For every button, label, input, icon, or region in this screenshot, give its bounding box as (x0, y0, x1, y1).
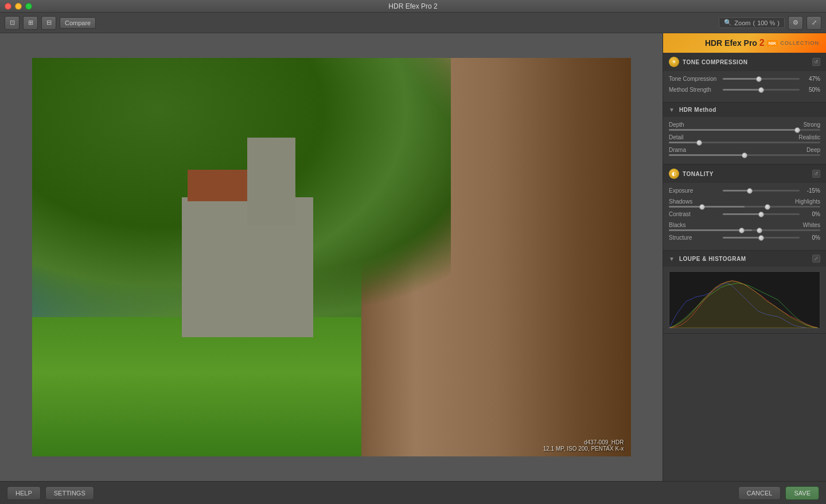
zoom-pct: 100 % (757, 19, 775, 26)
drama-track[interactable] (669, 154, 820, 156)
zoom-label: Zoom (734, 19, 750, 26)
collection-label: Collection (780, 40, 819, 46)
tc-label: Tone Compression (669, 76, 720, 82)
tone-compression-reset[interactable]: ↺ (812, 58, 820, 66)
contrast-label: Contrast (669, 211, 720, 217)
hdr-method-title: HDR Method (679, 107, 820, 113)
hdr-method-collapse-icon: ▼ (669, 107, 675, 113)
loupe-histogram-header[interactable]: ▼ LOUPE & HISTOGRAM ⤢ (663, 251, 826, 267)
tone-compression-slider-row: Tone Compression 47% (669, 76, 820, 82)
shadows-label: Shadows (669, 198, 692, 205)
drama-right-label: Deep (806, 147, 820, 153)
view-side-button[interactable]: ⊟ (41, 16, 56, 30)
tone-compression-header[interactable]: ☀ TONE COMPRESSION ↺ (663, 53, 826, 71)
settings-icon-button[interactable]: ⚙ (788, 16, 803, 30)
drama-label: Drama (669, 147, 686, 153)
shadows-highlights-track[interactable] (669, 206, 820, 208)
tone-compression-body: Tone Compression 47% Method Strength 50% (663, 71, 826, 102)
zoom-icon: 🔍 (724, 19, 732, 26)
minimize-button[interactable] (15, 3, 22, 10)
image-area: d437-009_HDR 12.1 MP, ISO 200, PENTAX K-… (0, 33, 663, 481)
depth-right-label: Strong (804, 122, 820, 128)
nik-badge: NIK (767, 40, 778, 46)
panel-header: HDR Efex Pro 2 NIK Collection (663, 33, 826, 53)
histogram-expand[interactable]: ⤢ (812, 255, 820, 263)
toolbar: ⊡ ⊞ ⊟ Compare 🔍 Zoom ( 100 % ) ⚙ ⤢ (0, 13, 826, 33)
zoom-display: 🔍 Zoom ( 100 % ) (719, 17, 785, 28)
main-image (32, 58, 631, 456)
zoom-value: ( (753, 19, 755, 26)
detail-slider-row: Detail Realistic (669, 134, 820, 143)
compare-button[interactable]: Compare (60, 17, 96, 29)
histogram-canvas (669, 271, 820, 329)
tonality-header[interactable]: ◐ TONALITY ↺ (663, 165, 826, 183)
tc-value: 47% (802, 76, 820, 82)
settings-button[interactable]: SETTINGS (45, 486, 94, 500)
traffic-lights (5, 3, 32, 10)
detail-right-label: Realistic (798, 134, 820, 140)
tone-compression-title: TONE COMPRESSION (683, 59, 809, 65)
bottom-bar: HELP SETTINGS CANCEL SAVE (0, 481, 826, 504)
hdr-method-body: Depth Strong Detail Realistic (663, 117, 826, 164)
exposure-value: -15% (802, 187, 820, 194)
panel-title: HDR Efex Pro 2 (705, 38, 765, 48)
hdr-method-header[interactable]: ▼ HDR Method (663, 103, 826, 117)
contrast-slider-row: Contrast 0% (669, 211, 820, 217)
whites-label: Whites (802, 222, 820, 228)
structure-value: 0% (802, 235, 820, 241)
tonality-title: TONALITY (683, 171, 809, 177)
tonality-section: ◐ TONALITY ↺ Exposure -15% Shadows (663, 165, 826, 251)
image-info: d437-009_HDR 12.1 MP, ISO 200, PENTAX K-… (543, 439, 624, 452)
close-button[interactable] (5, 3, 11, 10)
contrast-value: 0% (802, 211, 820, 217)
blacks-whites-track[interactable] (669, 229, 820, 231)
contrast-track[interactable] (723, 213, 800, 215)
drama-slider-row: Drama Deep (669, 147, 820, 156)
save-button[interactable]: SAVE (785, 486, 819, 500)
histogram-collapse-icon: ▼ (669, 256, 675, 262)
blacks-label: Blacks (669, 222, 685, 228)
zoom-close-paren: ) (777, 19, 780, 26)
exposure-slider-row: Exposure -15% (669, 187, 820, 194)
exposure-label: Exposure (669, 187, 720, 194)
exposure-track[interactable] (723, 190, 800, 192)
view-split-button[interactable]: ⊞ (23, 16, 38, 30)
cancel-button[interactable]: CANCEL (738, 486, 781, 500)
structure-slider-row: Structure 0% (669, 235, 820, 241)
detail-label: Detail (669, 134, 684, 140)
ms-track[interactable] (723, 89, 800, 91)
image-container: d437-009_HDR 12.1 MP, ISO 200, PENTAX K-… (32, 58, 631, 456)
tonality-icon: ◐ (669, 169, 679, 179)
image-details: 12.1 MP, ISO 200, PENTAX K-x (543, 446, 624, 452)
ms-value: 50% (802, 87, 820, 93)
loupe-histogram-section: ▼ LOUPE & HISTOGRAM ⤢ (663, 251, 826, 334)
fullscreen-button[interactable]: ⤢ (806, 16, 821, 30)
hdr-method-section: ▼ HDR Method Depth Strong (663, 103, 826, 165)
blacks-whites-row: Blacks Whites (669, 222, 820, 231)
tonality-reset[interactable]: ↺ (812, 170, 820, 178)
tone-compression-icon: ☀ (669, 57, 679, 67)
depth-track[interactable] (669, 129, 820, 131)
tone-compression-section: ☀ TONE COMPRESSION ↺ Tone Compression 47… (663, 53, 826, 103)
detail-track[interactable] (669, 142, 820, 143)
highlights-label: Highlights (795, 198, 820, 205)
structure-label: Structure (669, 235, 720, 241)
depth-slider-row: Depth Strong (669, 122, 820, 131)
depth-label: Depth (669, 122, 684, 128)
help-button[interactable]: HELP (7, 486, 41, 500)
histogram-body (663, 267, 826, 333)
view-single-button[interactable]: ⊡ (5, 16, 20, 30)
tonality-body: Exposure -15% Shadows Highlights (663, 183, 826, 250)
structure-track[interactable] (723, 237, 800, 239)
right-panel: HDR Efex Pro 2 NIK Collection ☀ TONE COM… (663, 33, 826, 481)
scene-church-tower (247, 138, 295, 225)
shadows-highlights-row: Shadows Highlights (669, 198, 820, 208)
maximize-button[interactable] (25, 3, 32, 10)
tc-track[interactable] (723, 78, 800, 80)
ms-label: Method Strength (669, 87, 720, 93)
main-content: d437-009_HDR 12.1 MP, ISO 200, PENTAX K-… (0, 33, 826, 481)
loupe-histogram-title: LOUPE & HISTOGRAM (679, 256, 809, 262)
window-title: HDR Efex Pro 2 (388, 2, 437, 10)
image-filename: d437-009_HDR (543, 439, 624, 446)
method-strength-slider-row: Method Strength 50% (669, 87, 820, 93)
